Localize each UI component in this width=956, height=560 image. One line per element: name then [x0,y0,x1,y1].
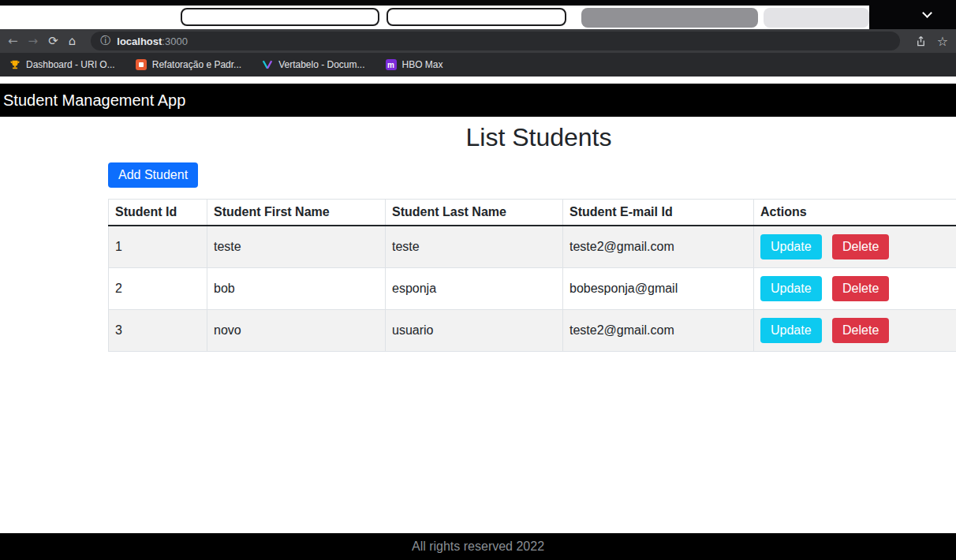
browser-toolbar: ← → ⟳ ⌂ ⓘ localhost:3000 ☆ [0,29,956,53]
browser-tab[interactable] [764,8,869,28]
reload-button[interactable]: ⟳ [48,35,58,47]
table-header-row: Student Id Student First Name Student La… [109,200,956,226]
table-row: 1 teste teste teste2@gmail.com Update De… [109,226,956,268]
vertabelo-icon [262,59,273,70]
students-table: Student Id Student First Name Student La… [108,199,956,352]
cell-last-name: usuario [386,310,563,352]
browser-tab-strip [0,0,956,29]
cell-email: bobesponja@gmail [563,268,754,310]
bookmark-label: HBO Max [402,59,443,70]
header-last-name: Student Last Name [386,200,563,226]
url-host: localhost [117,35,162,47]
update-button[interactable]: Update [760,318,822,343]
browser-tab[interactable] [181,8,379,26]
browser-tab[interactable] [387,8,566,26]
browser-tab[interactable] [581,8,758,28]
cell-last-name: esponja [386,268,563,310]
cell-student-id: 3 [109,310,207,352]
cell-first-name: bob [207,268,386,310]
cell-student-id: 1 [109,226,207,268]
header-email: Student E-mail Id [563,200,754,226]
header-first-name: Student First Name [207,200,386,226]
delete-button[interactable]: Delete [832,234,889,259]
tab-band [0,6,869,29]
chevron-down-icon[interactable] [922,8,932,18]
header-student-id: Student Id [109,200,207,226]
update-button[interactable]: Update [760,276,822,301]
cell-actions: Update Delete [754,268,956,310]
back-button[interactable]: ← [8,35,18,47]
cell-actions: Update Delete [754,310,956,352]
home-button[interactable]: ⌂ [69,35,77,47]
forward-button[interactable]: → [28,35,39,47]
main-content: List Students Add Student Student Id Stu… [0,117,956,533]
bookmark-refatoracao[interactable]: Refatoração e Padr... [136,59,241,70]
site-info-icon[interactable]: ⓘ [100,34,110,48]
bookmark-label: Refatoração e Padr... [152,59,241,70]
app-title: Student Management App [3,91,185,110]
cell-last-name: teste [386,226,563,268]
header-actions: Actions [754,200,956,226]
cell-student-id: 2 [109,268,207,310]
hbo-max-icon: m [386,59,397,70]
bookmarks-bar: Dashboard - URI O... Refatoração e Padr.… [0,53,956,77]
bookmark-hbo-max[interactable]: m HBO Max [386,59,443,70]
update-button[interactable]: Update [760,234,822,259]
cell-actions: Update Delete [754,226,956,268]
app-footer: All rights reserved 2022 [0,533,956,560]
cell-email: teste2@gmail.com [563,310,754,352]
page-gap [0,77,956,84]
table-row: 3 novo usuario teste2@gmail.com Update D… [109,310,956,352]
app-navbar: Student Management App [0,84,956,117]
cell-email: teste2@gmail.com [563,226,754,268]
bookmark-label: Vertabelo - Docum... [278,59,364,70]
bookmark-dashboard[interactable]: Dashboard - URI O... [9,59,115,70]
table-row: 2 bob esponja bobesponja@gmail Update De… [109,268,956,310]
page-title: List Students [108,117,956,152]
trophy-icon [9,59,21,70]
address-bar[interactable]: ⓘ localhost:3000 [91,32,899,50]
footer-text: All rights reserved 2022 [412,539,544,554]
cell-first-name: novo [207,310,386,352]
bookmark-star-icon[interactable]: ☆ [937,34,948,49]
content-container: List Students Add Student Student Id Stu… [108,117,956,352]
add-student-button[interactable]: Add Student [108,162,198,188]
delete-button[interactable]: Delete [832,276,889,301]
cell-first-name: teste [207,226,386,268]
refactor-site-icon [136,59,147,70]
delete-button[interactable]: Delete [832,318,889,343]
bookmark-label: Dashboard - URI O... [26,59,115,70]
url-port: :3000 [162,35,188,47]
share-icon[interactable] [915,35,927,47]
bookmark-vertabelo[interactable]: Vertabelo - Docum... [262,59,364,70]
